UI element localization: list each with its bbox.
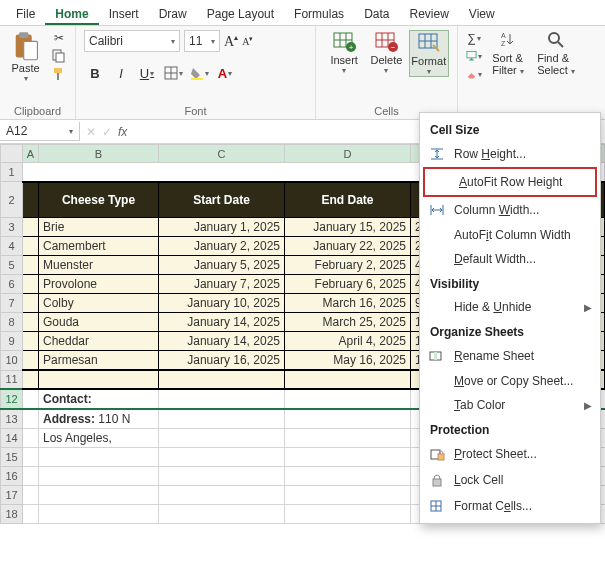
menu-protect-sheet[interactable]: Protect Sheet... [420,441,600,467]
menu-rename-sheet[interactable]: Rename Sheet [420,343,600,369]
decrease-font-icon[interactable]: A▾ [242,35,253,47]
find-select-icon [546,30,566,50]
paste-icon [12,30,40,62]
underline-button[interactable]: U▾ [136,62,158,84]
insert-cells-icon: + [332,30,356,52]
group-clipboard-label: Clipboard [8,103,67,117]
cancel-formula-icon[interactable]: ✕ [86,125,96,139]
border-button[interactable]: ▾ [162,62,184,84]
tab-file[interactable]: File [6,4,45,25]
font-color-button[interactable]: A▾ [214,62,236,84]
svg-text:−: − [391,43,396,52]
menu-row-height[interactable]: Row Height... [420,141,600,167]
svg-rect-37 [434,352,437,360]
format-cells-icon [417,31,441,53]
fill-icon[interactable]: ▾ [466,48,482,64]
enter-formula-icon[interactable]: ✓ [102,125,112,139]
group-cells: + Insert▾ − Delete▾ Format▾ Cells [316,26,458,119]
menu-format-cells[interactable]: Format Cells... [420,493,600,519]
increase-font-icon[interactable]: A▴ [224,33,238,50]
svg-line-31 [558,42,563,47]
tab-data[interactable]: Data [354,4,399,25]
sort-filter-button[interactable]: AZ Sort &Filter ▾ [486,30,530,82]
tab-home[interactable]: Home [45,4,98,25]
svg-rect-5 [54,68,62,73]
autosum-icon[interactable]: ∑▾ [466,30,482,46]
svg-rect-40 [433,479,441,486]
chevron-right-icon: ▶ [584,400,592,411]
group-clipboard: Paste ▾ ✂ Clipboard [0,26,76,119]
fill-color-button[interactable]: ▾ [188,62,210,84]
menu-section-cell-size: Cell Size [420,117,600,141]
tab-insert[interactable]: Insert [99,4,149,25]
insert-cells-button[interactable]: + Insert▾ [324,30,364,77]
paste-label: Paste [11,62,39,74]
format-cells-icon [428,498,446,514]
svg-rect-27 [467,51,476,57]
menu-tab-color[interactable]: Tab Color▶ [420,393,600,417]
cut-icon[interactable]: ✂ [51,30,67,46]
paste-button[interactable]: Paste ▾ [8,30,43,83]
menu-column-width[interactable]: Column Width... [420,197,600,223]
name-box[interactable]: A12▾ [0,122,80,141]
menu-autofit-column-width[interactable]: AutoFit Column Width [420,223,600,247]
svg-text:A: A [501,32,506,39]
menu-section-visibility: Visibility [420,271,600,295]
row-height-icon [428,146,446,162]
svg-rect-1 [19,32,28,38]
group-font: Calibri▾ 11▾ A▴ A▾ B I U▾ ▾ ▾ A▾ Font [76,26,316,119]
svg-rect-10 [191,78,203,80]
copy-icon[interactable] [51,48,67,64]
italic-button[interactable]: I [110,62,132,84]
sort-filter-icon: AZ [498,30,518,50]
svg-text:+: + [349,43,354,52]
chevron-down-icon: ▾ [24,74,28,83]
group-font-label: Font [84,103,307,117]
menu-autofit-row-height[interactable]: AutoFit Row Height [423,167,597,197]
svg-rect-2 [23,41,37,59]
column-width-icon [428,202,446,218]
bold-button[interactable]: B [84,62,106,84]
tab-review[interactable]: Review [399,4,458,25]
menu-section-protection: Protection [420,417,600,441]
tab-page-layout[interactable]: Page Layout [197,4,284,25]
fx-icon[interactable]: fx [118,125,127,139]
svg-rect-6 [57,73,59,80]
format-painter-icon[interactable] [51,66,67,82]
delete-cells-button[interactable]: − Delete▾ [366,30,406,77]
svg-rect-4 [56,53,64,62]
font-size-select[interactable]: 11▾ [184,30,220,52]
tab-view[interactable]: View [459,4,505,25]
svg-text:Z: Z [501,40,506,47]
svg-point-30 [549,33,559,43]
format-cells-button[interactable]: Format▾ [409,30,449,77]
font-name-select[interactable]: Calibri▾ [84,30,180,52]
protect-sheet-icon [428,446,446,462]
menu-lock-cell[interactable]: Lock Cell [420,467,600,493]
clear-icon[interactable]: ▾ [466,66,482,82]
group-editing: ∑▾ ▾ ▾ AZ Sort &Filter ▾ Find &Select ▾ [458,26,590,119]
chevron-right-icon: ▶ [584,302,592,313]
tab-draw[interactable]: Draw [149,4,197,25]
menu-section-organize: Organize Sheets [420,319,600,343]
tab-formulas[interactable]: Formulas [284,4,354,25]
format-menu: Cell Size Row Height... AutoFit Row Heig… [419,112,601,524]
find-select-button[interactable]: Find &Select ▾ [534,30,578,82]
menu-move-copy-sheet[interactable]: Move or Copy Sheet... [420,369,600,393]
menu-hide-unhide[interactable]: Hide & Unhide▶ [420,295,600,319]
lock-icon [428,472,446,488]
delete-cells-icon: − [374,30,398,52]
svg-rect-39 [438,454,444,460]
ribbon-tabs: File Home Insert Draw Page Layout Formul… [0,0,605,26]
ribbon: Paste ▾ ✂ Clipboard Calibri▾ 11▾ A▴ A▾ B… [0,26,605,120]
menu-default-width[interactable]: Default Width... [420,247,600,271]
rename-sheet-icon [428,348,446,364]
